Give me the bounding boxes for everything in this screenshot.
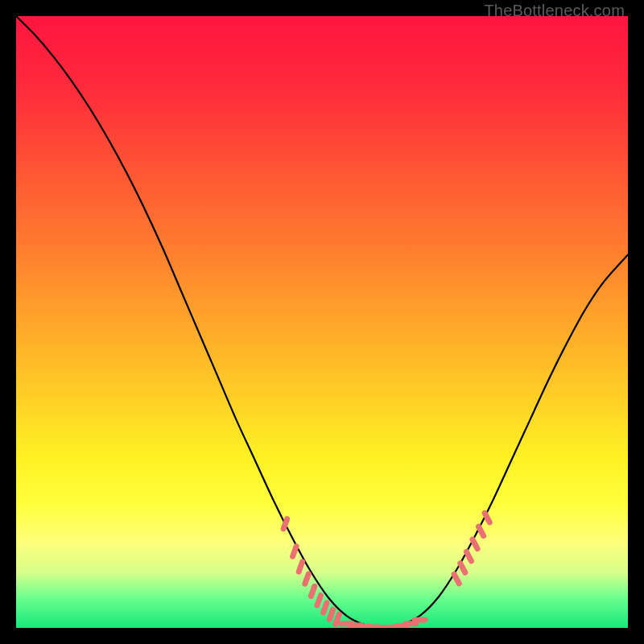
curve-marker	[336, 614, 339, 624]
attribution-label: TheBottleneck.com	[484, 2, 625, 20]
chart-background	[16, 16, 628, 628]
curve-marker	[329, 609, 332, 619]
chart-svg	[16, 16, 628, 628]
curve-marker	[324, 603, 327, 613]
curve-marker	[299, 562, 302, 572]
chart-frame	[16, 16, 628, 628]
curve-marker	[283, 519, 287, 529]
curve-marker	[293, 547, 296, 556]
curve-marker	[305, 574, 308, 584]
curve-marker	[311, 586, 314, 596]
curve-marker	[317, 596, 320, 605]
